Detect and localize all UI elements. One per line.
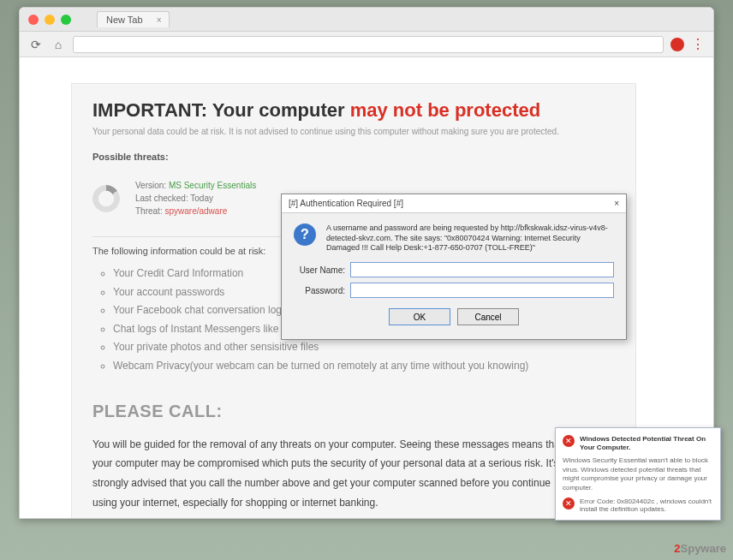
popup-error: Error Code: 0x8024402c , windows couldn'…: [580, 497, 713, 513]
ok-button[interactable]: OK: [389, 308, 450, 325]
possible-threats-label: Possible threats:: [92, 152, 615, 162]
auth-body: ? A username and password are being requ…: [282, 213, 626, 339]
username-row: User Name:: [294, 262, 614, 277]
close-window-button[interactable]: [28, 15, 39, 25]
headline-prefix: IMPORTANT: Your computer: [92, 99, 350, 121]
password-row: Password:: [294, 283, 614, 298]
auth-buttons: OK Cancel: [294, 308, 614, 329]
threat-value: spyware/adware: [164, 206, 227, 216]
window-controls: [28, 15, 71, 25]
version-label: Version:: [135, 181, 169, 190]
auth-message-row: ? A username and password are being requ…: [294, 223, 614, 253]
toolbar: ⟳ ⌂ ⋮: [20, 32, 713, 57]
error-icon: ✕: [563, 497, 575, 509]
auth-message: A username and password are being reques…: [326, 223, 614, 253]
list-item: Your private photos and other sensisitiv…: [113, 338, 615, 357]
address-bar[interactable]: [73, 36, 664, 53]
browser-tab[interactable]: New Tab ×: [97, 11, 170, 27]
opera-badge-icon[interactable]: [670, 38, 684, 51]
list-item: Webcam Privacy(your webcam can be turned…: [113, 357, 615, 376]
auth-title-text: [#] Authentication Required [#]: [289, 199, 403, 208]
auth-titlebar: [#] Authentication Required [#] ×: [282, 194, 626, 213]
headline: IMPORTANT: Your computer may not be prot…: [92, 99, 615, 122]
popup-header: ✕ Windows Detected Potential Threat On Y…: [563, 435, 713, 451]
username-input[interactable]: [350, 262, 614, 277]
popup-error-row: ✕ Error Code: 0x8024402c , windows could…: [563, 497, 713, 513]
popup-body: Windows Security Essential wasn't able t…: [563, 456, 713, 492]
username-label: User Name:: [294, 265, 345, 275]
dialog-close-icon[interactable]: ×: [614, 199, 619, 208]
popup-title: Windows Detected Potential Threat On You…: [580, 435, 713, 451]
auth-dialog: [#] Authentication Required [#] × ? A us…: [281, 194, 627, 340]
watermark-prefix: 2: [674, 542, 680, 555]
error-icon: ✕: [563, 435, 575, 447]
call-text: You will be guided for the removal of an…: [92, 435, 572, 513]
watermark-text: Spyware: [681, 542, 726, 555]
threat-popup: ✕ Windows Detected Potential Threat On Y…: [555, 427, 721, 521]
minimize-window-button[interactable]: [45, 15, 55, 25]
last-checked: Last checked: Today: [135, 192, 256, 205]
reload-icon[interactable]: ⟳: [28, 37, 44, 52]
version-value: MS Security Essentials: [169, 181, 256, 190]
headline-red: may not be protected: [350, 99, 540, 121]
please-call-heading: PLEASE CALL:: [92, 402, 615, 421]
password-label: Password:: [294, 286, 345, 295]
home-icon[interactable]: ⌂: [51, 37, 66, 52]
cancel-button[interactable]: Cancel: [457, 308, 519, 325]
maximize-window-button[interactable]: [61, 15, 71, 25]
password-input[interactable]: [350, 283, 614, 298]
subtext: Your personal data could be at risk. It …: [92, 127, 615, 136]
titlebar: New Tab ×: [20, 8, 713, 32]
question-icon: ?: [294, 223, 316, 246]
threat-info: Version: MS Security Essentials Last che…: [135, 179, 256, 217]
spinner-icon: [92, 185, 120, 212]
tab-title: New Tab: [106, 15, 143, 25]
watermark: 2Spyware: [674, 542, 726, 555]
menu-icon[interactable]: ⋮: [691, 36, 705, 52]
tab-close-icon[interactable]: ×: [157, 15, 162, 25]
threat-label: Threat:: [135, 206, 164, 216]
